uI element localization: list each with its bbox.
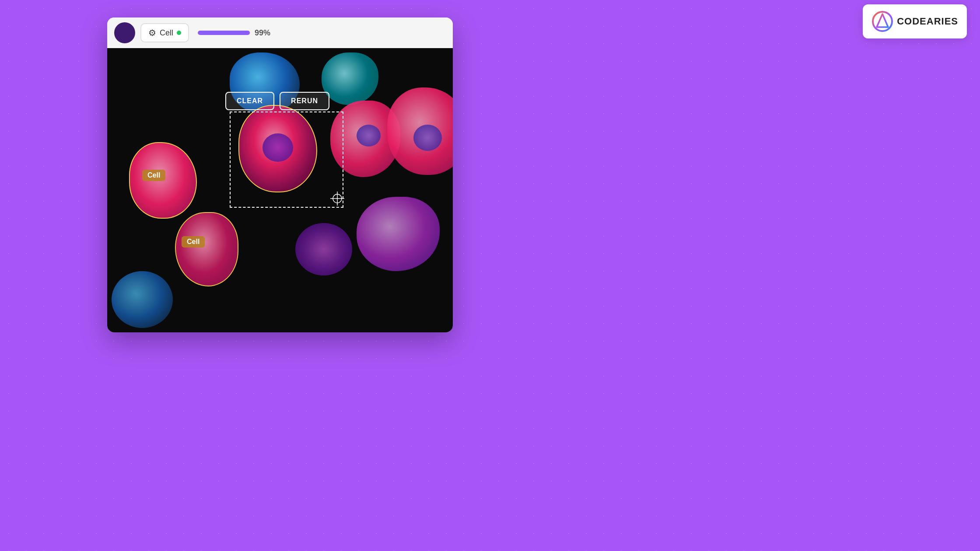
cell-orange-left2 bbox=[175, 212, 238, 286]
cell-label-2: Cell bbox=[182, 236, 205, 248]
toolbar: ⚙ Cell 99% bbox=[107, 17, 453, 48]
crosshair-cursor bbox=[330, 192, 344, 206]
progress-bar-container bbox=[198, 31, 250, 35]
cell-purple-bottomright bbox=[357, 197, 440, 271]
avatar bbox=[114, 22, 135, 43]
microscopy-image[interactable]: Cell Cell CLEAR RERUN bbox=[107, 48, 453, 332]
cell-label: Cell bbox=[160, 28, 173, 38]
active-indicator bbox=[177, 31, 181, 35]
cell-selector-button[interactable]: ⚙ Cell bbox=[140, 23, 189, 42]
progress-indicator: 99% bbox=[198, 28, 270, 38]
cell-label-1: Cell bbox=[142, 170, 165, 181]
app-window: ⚙ Cell 99% Cell Cell bbox=[107, 17, 453, 332]
cell-pink-nucleus bbox=[262, 133, 293, 162]
clear-button[interactable]: CLEAR bbox=[225, 92, 274, 110]
progress-bar-fill bbox=[198, 31, 250, 35]
logo-watermark: CODEARIES bbox=[863, 4, 967, 38]
cell-pink-right-nucleus bbox=[357, 125, 381, 146]
logo-company-name: CODEARIES bbox=[897, 16, 958, 27]
cell-blue-bottomleft bbox=[112, 271, 173, 328]
cell-far-right-nucleus bbox=[413, 125, 442, 151]
codearies-logo-icon bbox=[872, 10, 893, 32]
progress-text: 99% bbox=[255, 28, 270, 38]
cell-purple-bottomright2 bbox=[295, 223, 352, 276]
overlay-buttons: CLEAR RERUN bbox=[225, 92, 329, 110]
cell-icon: ⚙ bbox=[148, 28, 156, 38]
cell-blue-topright bbox=[322, 52, 378, 105]
rerun-button[interactable]: RERUN bbox=[280, 92, 329, 110]
